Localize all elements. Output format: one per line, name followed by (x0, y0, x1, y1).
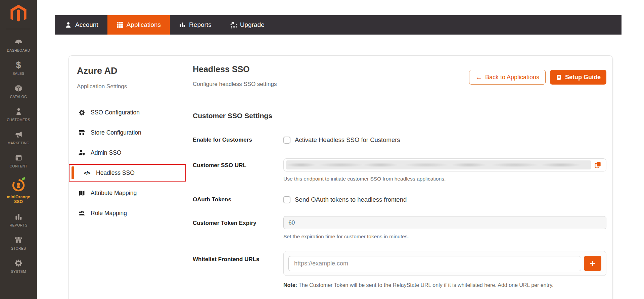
menu-item-label: Admin SSO (91, 149, 121, 156)
sidebar-item-catalog[interactable]: CATALOG (0, 83, 37, 99)
sidebar-item-label: STORES (11, 246, 26, 250)
account-icon (65, 21, 72, 29)
sidebar-item-system[interactable]: SYSTEM (0, 258, 37, 273)
person-icon (14, 106, 23, 116)
field-label: OAuth Tokens (193, 196, 283, 203)
box-icon (14, 83, 23, 93)
menu-item-sso-configuration[interactable]: SSO Configuration (69, 102, 186, 122)
users-group-icon (78, 209, 86, 217)
token-expiry-input[interactable] (283, 216, 606, 229)
copy-button[interactable] (591, 161, 604, 169)
left-arrow-icon: ← (475, 74, 482, 81)
oauth-tokens-row: OAuth Tokens Send OAuth tokens to headle… (193, 196, 606, 203)
setup-guide-button[interactable]: Setup Guide (550, 70, 606, 85)
sidebar-item-label: CATALOG (10, 95, 27, 99)
bar-chart-icon (14, 212, 23, 221)
app-settings-panel: Azure AD Application Settings SSO Config… (68, 55, 613, 299)
checkbox-label: Activate Headless SSO for Customers (295, 136, 400, 144)
dollar-icon: $ (16, 60, 21, 69)
field-label: Customer SSO URL (193, 158, 283, 169)
sidebar-divider (6, 29, 31, 29)
app-header: Azure AD Application Settings (69, 56, 186, 98)
sidebar-item-label: MARKETING (7, 141, 29, 145)
code-icon: </> (83, 170, 91, 176)
tab-account[interactable]: Account (56, 15, 107, 35)
sidebar-item-content[interactable]: CONTENT (0, 153, 37, 168)
redacted-url-value[interactable] (286, 160, 591, 169)
store-icon (14, 235, 23, 244)
checkbox-label: Send OAuth tokens to headless frontend (295, 196, 407, 203)
tab-label: Applications (127, 21, 161, 29)
sidebar-item-label: DASHBOARD (7, 48, 30, 52)
top-nav: Account Applications Reports Upgrade (55, 15, 622, 35)
menu-item-label: Headless SSO (96, 169, 135, 177)
megaphone-icon (14, 130, 23, 139)
menu-item-admin-sso[interactable]: Admin SSO (69, 143, 186, 163)
bar-chart-icon (179, 21, 186, 28)
upgrade-icon (230, 21, 237, 29)
section-title: Customer SSO Settings (193, 112, 606, 126)
whitelist-url-input[interactable] (288, 256, 581, 271)
sidebar-item-sales[interactable]: $ SALES (0, 60, 37, 76)
menu-item-label: SSO Configuration (91, 109, 140, 116)
tab-applications[interactable]: Applications (107, 15, 170, 35)
magento-sidebar: DASHBOARD $ SALES CATALOG CUSTOMERS MARK… (0, 0, 37, 299)
sidebar-item-stores[interactable]: STORES (0, 235, 37, 250)
add-url-button[interactable]: + (584, 256, 601, 271)
sidebar-item-label: SYSTEM (11, 269, 26, 273)
menu-item-attribute-mapping[interactable]: Attribute Mapping (69, 183, 186, 203)
tab-label: Upgrade (240, 21, 265, 29)
app-title: Azure AD (77, 66, 178, 76)
customer-sso-url-row: Customer SSO URL Use this endpoint to in… (193, 158, 606, 182)
dashboard-icon (14, 37, 23, 46)
sidebar-item-label: CUSTOMERS (7, 118, 30, 122)
enable-for-customers-row: Enable for Customers Activate Headless S… (193, 136, 606, 144)
tab-label: Account (75, 21, 98, 29)
menu-item-label: Store Configuration (91, 129, 141, 136)
magento-logo-icon[interactable] (9, 4, 28, 24)
menu-item-headless-sso[interactable]: </> Headless SSO (69, 164, 186, 182)
app-subtitle: Application Settings (77, 83, 178, 90)
menu-item-store-configuration[interactable]: Store Configuration (69, 122, 186, 143)
settings-menu: SSO Configuration Store Configuration Ad… (69, 98, 186, 223)
sidebar-item-marketing[interactable]: MARKETING (0, 130, 37, 145)
helper-text: Set the expiration time for customer tok… (283, 234, 606, 240)
miniorange-logo-icon (10, 176, 27, 193)
sidebar-item-label: miniOrange SSO (5, 195, 32, 204)
activate-headless-sso-checkbox[interactable] (283, 137, 290, 144)
book-icon (556, 74, 562, 81)
admin-user-icon (78, 149, 86, 156)
field-label: Whitelist Frontend URLs (193, 251, 283, 263)
tab-label: Reports (189, 21, 212, 29)
customer-token-expiry-row: Customer Token Expiry Set the expiration… (193, 216, 606, 240)
layout-icon (14, 153, 23, 162)
sidebar-item-miniorange-sso[interactable]: miniOrange SSO (0, 176, 37, 204)
field-label: Enable for Customers (193, 136, 283, 144)
customer-sso-settings-section: Customer SSO Settings Enable for Custome… (186, 112, 612, 288)
note-text: Note: The Customer Token will be sent to… (283, 282, 606, 288)
tab-reports[interactable]: Reports (170, 15, 221, 35)
back-button-label: Back to Applications (485, 74, 539, 81)
map-icon (78, 190, 86, 197)
note-label: Note: (283, 282, 297, 288)
menu-item-role-mapping[interactable]: Role Mapping (69, 203, 186, 223)
tab-upgrade[interactable]: Upgrade (221, 15, 274, 35)
send-oauth-tokens-checkbox[interactable] (283, 196, 290, 203)
back-to-applications-button[interactable]: ← Back to Applications (469, 70, 546, 85)
app-settings-sidebar: Azure AD Application Settings SSO Config… (69, 56, 186, 299)
settings-content: Headless SSO Configure headless SSO sett… (186, 56, 612, 299)
sidebar-item-reports[interactable]: REPORTS (0, 212, 37, 227)
store-icon (78, 129, 86, 136)
sidebar-item-customers[interactable]: CUSTOMERS (0, 106, 37, 122)
gear-icon (78, 109, 86, 116)
menu-item-label: Role Mapping (91, 210, 127, 217)
sidebar-item-label: SALES (12, 71, 24, 76)
gear-icon (14, 258, 23, 267)
setup-button-label: Setup Guide (565, 74, 601, 81)
copy-icon (594, 161, 602, 169)
menu-item-label: Attribute Mapping (91, 190, 137, 197)
sidebar-item-dashboard[interactable]: DASHBOARD (0, 37, 37, 52)
sidebar-item-label: REPORTS (10, 223, 28, 227)
grid-icon (117, 21, 123, 28)
helper-text: Use this endpoint to initiate customer S… (283, 176, 606, 182)
